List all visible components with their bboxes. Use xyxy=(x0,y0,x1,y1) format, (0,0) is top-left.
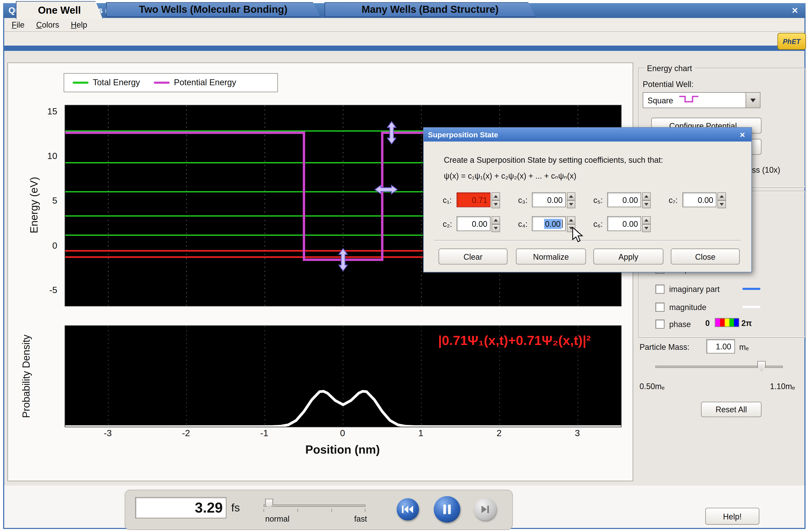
menu-help[interactable]: Help xyxy=(71,20,87,29)
imaginary-part-checkbox[interactable] xyxy=(655,284,664,294)
potential-well-dropdown[interactable]: Square xyxy=(643,92,761,108)
speed-tick xyxy=(331,509,332,512)
dialog-titlebar[interactable]: Superposition State ✕ xyxy=(424,128,751,142)
reset-all-button[interactable]: Reset All xyxy=(701,402,762,417)
dialog-close-icon[interactable]: ✕ xyxy=(738,131,747,139)
time-display: 3.29 xyxy=(135,497,226,518)
energy-ytick-label: 15 xyxy=(31,106,57,117)
imaginary-part-line-sample xyxy=(742,288,761,290)
particle-mass-label: Particle Mass: xyxy=(639,342,690,351)
c5-field[interactable]: 0.00 xyxy=(607,192,641,207)
energy-legend: Total Energy Potential Energy xyxy=(64,73,278,92)
position-xtick-label: 1 xyxy=(409,428,433,439)
c1-spinner[interactable] xyxy=(491,192,500,207)
time-unit-label: fs xyxy=(231,501,240,514)
position-xtick-label: -1 xyxy=(253,428,276,439)
magnitude-label: magnitude xyxy=(669,302,707,311)
window-close-icon[interactable]: ✕ xyxy=(790,6,800,15)
c5-spinner[interactable] xyxy=(642,192,650,207)
clear-button[interactable]: Clear xyxy=(439,249,507,265)
speed-tick xyxy=(264,509,264,512)
square-well-icon xyxy=(679,94,700,107)
energy-ytick-label: 10 xyxy=(31,151,57,162)
c1-field[interactable]: 0.71 xyxy=(456,192,490,207)
potential-well-label: Potential Well: xyxy=(643,80,693,88)
potential-energy-label: Potential Energy xyxy=(174,78,236,87)
c7-spinner[interactable] xyxy=(717,192,726,207)
help-button[interactable]: Help! xyxy=(705,508,759,525)
c7-label: c₇: xyxy=(669,196,677,205)
apply-button[interactable]: Apply xyxy=(594,249,664,265)
position-xtick-label: -3 xyxy=(96,428,119,439)
speed-slider-track[interactable] xyxy=(264,504,366,507)
tab-two-wells[interactable]: Two Wells (Molecular Bonding) xyxy=(106,2,320,17)
magnitude-checkbox[interactable] xyxy=(655,302,664,311)
dropdown-arrow-icon[interactable] xyxy=(745,93,760,107)
c3-field[interactable]: 0.00 xyxy=(532,192,566,207)
phase-checkbox[interactable] xyxy=(655,319,664,328)
position-xtick-label: 3 xyxy=(566,428,589,439)
mass-max-label: 1.10mₑ xyxy=(770,382,795,390)
phase-label: phase xyxy=(669,319,691,328)
total-energy-swatch xyxy=(73,82,88,84)
phase-min-label: 0 xyxy=(705,318,710,328)
c7-field[interactable]: 0.00 xyxy=(682,192,716,207)
step-button[interactable] xyxy=(474,498,497,520)
speed-normal-label: normal xyxy=(262,514,292,523)
c6-spinner[interactable] xyxy=(642,216,650,231)
total-energy-label: Total Energy xyxy=(93,78,140,87)
pause-icon xyxy=(442,504,452,515)
probability-axis-label: Probability Density xyxy=(20,318,33,435)
phase-row[interactable]: phase xyxy=(655,319,691,329)
energy-ytick-label: 5 xyxy=(31,196,57,206)
phase-rainbow-icon xyxy=(715,318,739,327)
phase-max-label: 2π xyxy=(741,318,752,328)
tab-strip-band xyxy=(4,46,805,51)
magnifier-partial-label: ss (10x) xyxy=(752,165,780,174)
particle-mass-field[interactable]: 1.00 xyxy=(707,339,735,353)
magnitude-line-sample xyxy=(742,306,761,308)
legend-potential-energy: Potential Energy xyxy=(154,78,236,87)
energy-ytick-label: -5 xyxy=(31,285,57,296)
close-button[interactable]: Close xyxy=(671,249,740,265)
particle-mass-unit: mₑ xyxy=(739,342,749,351)
imaginary-part-row[interactable]: imaginary part xyxy=(655,284,719,294)
dialog-separator xyxy=(434,240,741,241)
position-xtick-label: -2 xyxy=(174,428,198,439)
menu-file[interactable]: File xyxy=(12,20,25,29)
speed-tick xyxy=(365,509,365,512)
c6-field[interactable]: 0.00 xyxy=(607,216,641,231)
c5-label: c₅: xyxy=(594,196,603,205)
c3-label: c₃: xyxy=(518,196,528,205)
phet-logo[interactable]: PhET xyxy=(777,33,806,50)
energy-ytick-labels: 151050-5 xyxy=(31,105,61,305)
c4-field[interactable]: 0.00 xyxy=(532,216,566,231)
position-axis-label: Position (nm) xyxy=(65,443,620,457)
energy-chart-group-title: Energy chart xyxy=(644,64,695,73)
tab-many-wells[interactable]: Many Wells (Band Structure) xyxy=(325,2,536,17)
c2-label: c₂: xyxy=(443,219,452,229)
speed-tick xyxy=(297,509,298,512)
tab-one-well[interactable]: One Well xyxy=(16,1,103,19)
normalize-button[interactable]: Normalize xyxy=(516,249,586,265)
c2-field[interactable]: 0.00 xyxy=(456,216,490,231)
rewind-button[interactable] xyxy=(396,498,419,520)
c2-spinner[interactable] xyxy=(491,216,500,231)
position-xtick-label: 2 xyxy=(487,428,511,439)
dialog-formula: ψ(x) = c₁ψ₁(x) + c₂ψ₂(x) + ... + cₙψₙ(x) xyxy=(444,171,741,181)
imaginary-part-label: imaginary part xyxy=(669,284,719,294)
pause-button[interactable] xyxy=(434,496,460,522)
mass-min-label: 0.50mₑ xyxy=(639,382,664,390)
dialog-instruction: Create a Superposition State by setting … xyxy=(444,155,741,164)
c3-spinner[interactable] xyxy=(567,192,576,207)
position-xtick-label: 0 xyxy=(331,428,354,439)
legend-total-energy: Total Energy xyxy=(73,78,140,87)
wavefunction-annotation: |0.71Ψ₁(x,t)+0.71Ψ₂(x,t)|² xyxy=(366,333,591,348)
well-type-value: Square xyxy=(643,96,673,105)
magnitude-row[interactable]: magnitude xyxy=(655,302,707,312)
position-tick-labels: -3-2-10123 xyxy=(65,428,620,440)
rewind-icon xyxy=(402,504,414,514)
energy-ytick-label: 0 xyxy=(31,240,57,251)
menu-colors[interactable]: Colors xyxy=(36,20,59,29)
step-icon xyxy=(480,504,490,514)
